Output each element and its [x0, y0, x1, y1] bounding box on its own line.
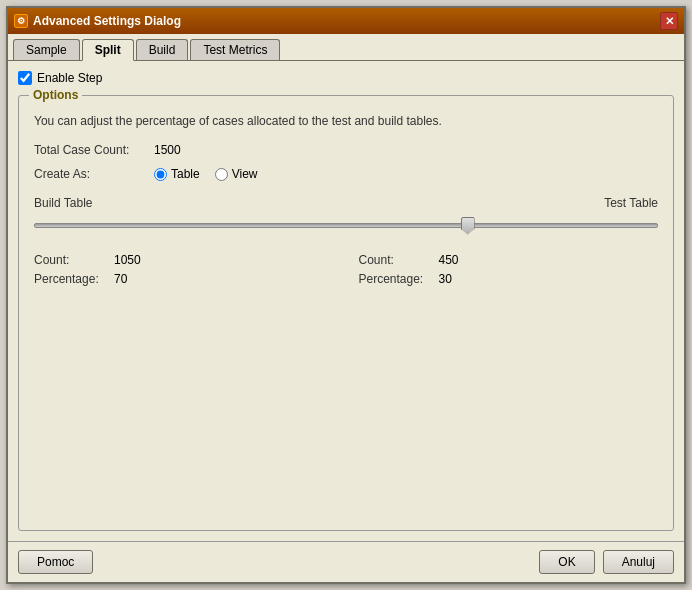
advanced-settings-dialog: ⚙ Advanced Settings Dialog ✕ Sample Spli…	[6, 6, 686, 584]
counts-row: Count: 1050 Percentage: 70 Count: 450	[34, 253, 658, 291]
create-as-row: Create As: Table View	[34, 167, 658, 181]
radio-table-label: Table	[171, 167, 200, 181]
enable-step-row: Enable Step	[18, 71, 674, 85]
total-case-count-row: Total Case Count: 1500	[34, 143, 658, 157]
build-percentage-label: Percentage:	[34, 272, 114, 286]
build-percentage-row: Percentage: 70	[34, 272, 334, 286]
tab-sample[interactable]: Sample	[13, 39, 80, 60]
radio-view-input[interactable]	[215, 168, 228, 181]
radio-view-option[interactable]: View	[215, 167, 258, 181]
dialog-title: Advanced Settings Dialog	[33, 14, 181, 28]
cancel-button[interactable]: Anuluj	[603, 550, 674, 574]
radio-group: Table View	[154, 167, 257, 181]
test-percentage-row: Percentage: 30	[358, 272, 658, 286]
test-percentage-value: 30	[438, 272, 451, 286]
options-legend: Options	[29, 88, 82, 102]
build-side: Count: 1050 Percentage: 70	[34, 253, 334, 291]
test-count-label: Count:	[358, 253, 438, 267]
slider-section: Build Table Test Table	[34, 196, 658, 238]
test-percentage-label: Percentage:	[358, 272, 438, 286]
radio-table-option[interactable]: Table	[154, 167, 200, 181]
enable-step-checkbox[interactable]	[18, 71, 32, 85]
build-count-value: 1050	[114, 253, 141, 267]
split-slider[interactable]	[34, 215, 658, 235]
radio-view-label: View	[232, 167, 258, 181]
slider-labels: Build Table Test Table	[34, 196, 658, 210]
tab-build[interactable]: Build	[136, 39, 189, 60]
enable-step-label: Enable Step	[37, 71, 102, 85]
build-count-row: Count: 1050	[34, 253, 334, 267]
close-button[interactable]: ✕	[660, 12, 678, 30]
description-text: You can adjust the percentage of cases a…	[34, 114, 658, 128]
dialog-footer: Pomoc OK Anuluj	[8, 541, 684, 582]
total-case-count-label: Total Case Count:	[34, 143, 154, 157]
test-side: Count: 450 Percentage: 30	[358, 253, 658, 291]
title-bar: ⚙ Advanced Settings Dialog ✕	[8, 8, 684, 34]
test-count-value: 450	[438, 253, 458, 267]
create-as-label: Create As:	[34, 167, 154, 181]
tab-split[interactable]: Split	[82, 39, 134, 61]
title-bar-left: ⚙ Advanced Settings Dialog	[14, 14, 181, 28]
ok-button[interactable]: OK	[539, 550, 594, 574]
test-table-slider-label: Test Table	[604, 196, 658, 210]
help-button[interactable]: Pomoc	[18, 550, 93, 574]
tab-test-metrics[interactable]: Test Metrics	[190, 39, 280, 60]
footer-right: OK Anuluj	[539, 550, 674, 574]
dialog-body: Enable Step Options You can adjust the p…	[8, 61, 684, 541]
tab-bar: Sample Split Build Test Metrics	[8, 34, 684, 61]
build-table-slider-label: Build Table	[34, 196, 93, 210]
total-case-count-value: 1500	[154, 143, 181, 157]
build-percentage-value: 70	[114, 272, 127, 286]
test-count-row: Count: 450	[358, 253, 658, 267]
options-group: Options You can adjust the percentage of…	[18, 95, 674, 531]
build-count-label: Count:	[34, 253, 114, 267]
radio-table-input[interactable]	[154, 168, 167, 181]
dialog-icon: ⚙	[14, 14, 28, 28]
